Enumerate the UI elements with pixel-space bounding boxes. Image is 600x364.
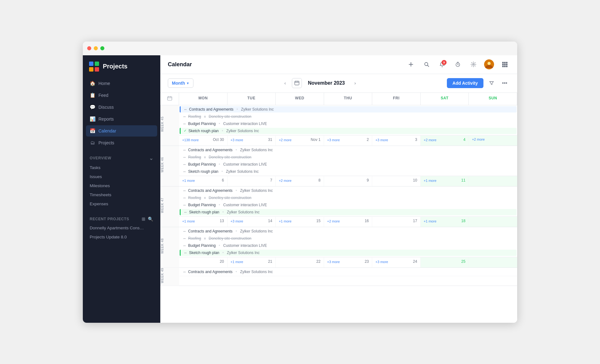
svg-rect-2 [89, 67, 93, 72]
reports-icon: 📊 [90, 116, 95, 122]
sidebar-recent-projects-header: Recent Projects ⊞ 🔍 [86, 215, 157, 223]
more-link[interactable]: +3 more [375, 138, 388, 142]
main-content: Calendar [160, 55, 517, 323]
event-name: Contracts and Agreements [188, 188, 232, 193]
more-link[interactable]: +1 more [231, 260, 243, 264]
event-row[interactable]: ↔ Budget Planning • Customer interaction… [180, 202, 517, 208]
sidebar-item-issues[interactable]: Issues [86, 172, 157, 181]
more-options-button[interactable]: ••• [500, 78, 510, 88]
sidebar-item-feed[interactable]: 📋 Feed [86, 90, 157, 101]
week-45-label: WEEK 45 [160, 105, 179, 146]
col-wed: WED [276, 93, 324, 105]
minimize-button[interactable] [94, 46, 98, 50]
week-49-label: WEEK 49 [160, 268, 179, 286]
sidebar-recent-project-2[interactable]: Projects Update 8.0 [86, 232, 157, 242]
event-row[interactable]: ↔ Contracts and Agreements • Zylker Solu… [180, 147, 517, 153]
event-row[interactable]: ↔ Budget Planning • Customer interaction… [180, 242, 517, 249]
week-row-46: WEEK 46 ↔ Contracts and Agreements • Zyl… [160, 146, 517, 187]
search-button[interactable] [422, 59, 432, 69]
topbar-icons: 9 [406, 59, 510, 69]
event-project: Customer interaction LIVE [223, 162, 267, 167]
event-project: Customer interaction LIVE [223, 203, 267, 207]
more-link[interactable]: +1 more [424, 219, 437, 223]
more-link[interactable]: +2 more [279, 138, 292, 142]
event-project: Zylker Solutions Inc [240, 229, 273, 233]
more-link[interactable]: +1 more [182, 219, 195, 223]
more-link[interactable]: +2 more [279, 179, 292, 182]
sidebar-item-milestones[interactable]: Milestones [86, 181, 157, 190]
notifications-button[interactable]: 9 [437, 59, 447, 69]
sidebar-item-reports[interactable]: 📊 Reports [86, 113, 157, 125]
more-link[interactable]: +1 more [424, 179, 437, 182]
maximize-button[interactable] [100, 46, 104, 50]
more-link[interactable]: +2 more [424, 138, 437, 142]
event-row[interactable]: ↔ Contracts and Agreements • Zylker Solu… [180, 187, 517, 194]
event-row[interactable]: ↔ Roofing ≡ Donelley site construction [180, 113, 517, 120]
sidebar-item-discuss[interactable]: 💬 Discuss [86, 102, 157, 113]
sidebar-item-tasks[interactable]: Tasks [86, 163, 157, 172]
sidebar-item-timesheets[interactable]: Timesheets [86, 190, 157, 199]
sidebar-item-projects[interactable]: 🗂 Projects [86, 137, 157, 148]
week-47-label: WEEK 47 [160, 187, 179, 227]
sidebar-item-expenses[interactable]: Expenses [86, 199, 157, 208]
day-cell: 17 [372, 217, 421, 227]
overview-collapse-icon[interactable]: ⌄ [149, 155, 153, 161]
avatar[interactable] [484, 59, 494, 69]
add-button[interactable] [406, 59, 416, 69]
sidebar-item-calendar[interactable]: 📅 Calendar [86, 125, 157, 137]
sidebar-nav: 🏠 Home 📋 Feed 💬 Discuss 📊 Reports 📅 [83, 78, 160, 148]
event-row[interactable]: ↔ Sketch rough plan • Zylker Solutions I… [180, 168, 517, 175]
more-link[interactable]: +3 more [327, 260, 340, 264]
svg-rect-21 [295, 81, 299, 85]
filter-button[interactable] [487, 78, 497, 88]
more-link[interactable]: +2 more [327, 219, 340, 223]
grid-button[interactable] [500, 59, 510, 69]
more-link[interactable]: +2 more [472, 137, 485, 141]
event-row[interactable]: ✓ Sketch rough plan • Zylker Solutions I… [180, 128, 517, 134]
day-cell: +2 more Nov 1 [276, 136, 324, 146]
filter-recent-icon[interactable]: ⊞ [142, 217, 146, 222]
event-row[interactable]: ↔ Contracts and Agreements • Zylker Solu… [180, 269, 517, 275]
add-activity-button[interactable]: Add Activity [447, 78, 483, 88]
today-button[interactable] [292, 78, 302, 88]
event-row[interactable]: ↔ Sketch rough plan • Zylker Solutions I… [180, 250, 517, 256]
more-link[interactable]: +3 more [327, 138, 340, 142]
close-button[interactable] [87, 46, 91, 50]
search-recent-icon[interactable]: 🔍 [148, 217, 153, 222]
next-month-button[interactable]: › [351, 79, 359, 87]
more-link[interactable]: +1 more [279, 219, 292, 223]
more-link[interactable]: +3 more [231, 138, 243, 142]
event-row[interactable]: ↔ Budget Planning • Customer interaction… [180, 161, 517, 167]
event-row[interactable]: ↔ Contracts and Agreements • Zylker Solu… [180, 106, 517, 112]
event-project: Zylker Solutions Inc [240, 148, 273, 152]
current-period: November 2023 [304, 80, 348, 86]
event-project: Zylker Solutions Inc [226, 129, 259, 133]
view-selector[interactable]: Month ▼ [168, 78, 193, 88]
event-row[interactable]: ↔ Sketch rough plan • Zylker Solutions I… [180, 209, 517, 215]
sidebar-item-projects-label: Projects [98, 140, 114, 145]
move-icon: ↔ [183, 189, 186, 192]
event-row[interactable]: ↔ Budget Planning • Customer interaction… [180, 121, 517, 127]
event-row[interactable]: ↔ Roofing ≡ Donelley site construction [180, 235, 517, 242]
more-link[interactable]: +3 more [231, 219, 243, 223]
grid-icon [502, 62, 508, 67]
sidebar-item-feed-label: Feed [98, 93, 108, 98]
week-47-content: ↔ Contracts and Agreements • Zylker Solu… [179, 187, 517, 227]
more-link[interactable]: +138 more [182, 138, 199, 142]
event-row[interactable]: ↔ Contracts and Agreements • Zylker Solu… [180, 228, 517, 234]
calendar-nav: ‹ November 2023 › [281, 78, 359, 88]
move-icon: ↔ [183, 229, 186, 233]
move-icon: ↔ [184, 210, 187, 214]
more-link[interactable]: +3 more [375, 260, 388, 264]
more-link[interactable]: +1 more [182, 179, 195, 182]
brand-name: Projects [103, 63, 128, 70]
settings-button[interactable] [468, 59, 478, 69]
sidebar-item-home[interactable]: 🏠 Home [86, 78, 157, 89]
sidebar-recent-project-1[interactable]: Donnelly Apartments Cons… [86, 223, 157, 232]
prev-month-button[interactable]: ‹ [281, 79, 289, 87]
sidebar-overview-header: Overview ⌄ [86, 153, 157, 163]
week-row-48: WEEK 48 ↔ Contracts and Agreements • Zyl… [160, 227, 517, 268]
event-row[interactable]: ↔ Roofing ≡ Donelley site construction [180, 154, 517, 160]
timer-button[interactable] [453, 59, 463, 69]
event-row[interactable]: ↔ Roofing ≡ Donelley site construction [180, 195, 517, 201]
